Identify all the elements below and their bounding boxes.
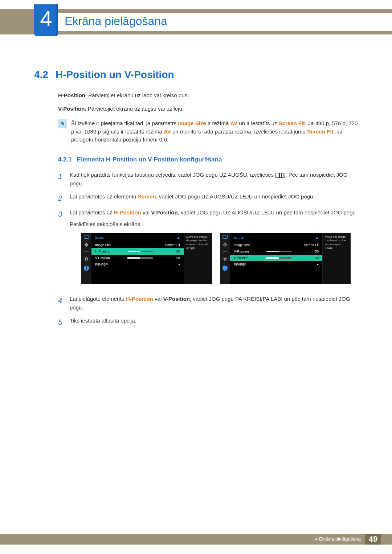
chapter-number-badge: 4 <box>34 4 58 36</box>
step-2: 2 Lai pārvietotos uz elementu Screen, va… <box>58 192 358 204</box>
step-number: 1 <box>58 171 65 188</box>
osd-main: Screen▲ Image SizeScreen Fit H-Position5… <box>91 233 184 284</box>
step-number: 5 <box>58 316 65 328</box>
subsection-number: 4.2.1 <box>58 156 72 163</box>
step-1: 1 Kad tiek parādīts funkcijas taustiņu c… <box>58 171 358 188</box>
menu-icon <box>277 173 283 178</box>
vposition-text: : Pārvietojiet ekrānu uz augšu vai uz le… <box>85 106 184 112</box>
footer-text: 4 Ekrāna pielāgošana <box>311 534 365 545</box>
osd-sidebar: ✥ ✿ i <box>81 233 91 284</box>
steps-list: 1 Kad tiek parādīts funkcijas taustiņu c… <box>58 171 358 328</box>
screen-fit-term: Screen Fit <box>279 120 305 126</box>
info-icon: i <box>84 266 89 271</box>
note-block: ✎ Šī izvēlne ir pieejama tikai tad, ja p… <box>58 119 358 144</box>
arrows-icon: ✥ <box>222 242 228 247</box>
list-icon <box>84 251 89 253</box>
image-size-term: Image Size <box>178 120 206 126</box>
chapter-title: Ekrāna pielāgošana <box>65 15 167 28</box>
note-text: Šī izvēlne ir pieejama tikai tad, ja par… <box>71 119 358 144</box>
section-title: H-Position un V-Position <box>56 69 174 80</box>
osd-item-pipbp: PIP/PBP▸ <box>230 261 322 268</box>
osd-item-hposition-selected: H-Position50 <box>91 248 184 255</box>
footer-page-number: 49 <box>365 534 381 545</box>
step-3: 3 Lai pārvietotos uz H-Position vai V-Po… <box>58 208 358 290</box>
osd-tooltip-right: Move the image displayed on the screen u… <box>322 233 351 284</box>
osd-title: Screen <box>95 235 106 240</box>
subsection-title: Elementa H-Position un V-Position konfig… <box>77 156 222 163</box>
info-icon: i <box>222 266 228 271</box>
list-icon <box>223 251 227 253</box>
footer-bar: 4 Ekrāna pielāgošana 49 <box>0 534 392 545</box>
gear-icon: ✿ <box>83 257 89 262</box>
osd-item-image-size: Image SizeScreen Fit <box>230 242 322 248</box>
right-arrow-icon: ▸ <box>179 262 180 267</box>
header-bar <box>0 9 392 34</box>
step-4: 4 Lai pielāgotu elementu H-Position vai … <box>58 295 358 312</box>
osd-vposition: ✥ ✿ i Screen▲ Image SizeScreen Fit H-Pos… <box>220 233 351 284</box>
osd-item-pipbp: PIP/PBP▸ <box>91 261 184 268</box>
body-content: H-Position: Pārvietojiet ekrānu uz labo … <box>58 91 358 332</box>
hposition-text: : Pārvietojiet ekrānu uz labo vai kreiso… <box>85 92 190 98</box>
vposition-label: V-Position <box>58 106 85 112</box>
subsection-heading: 4.2.1Elementa H-Position un V-Position k… <box>58 155 358 164</box>
monitor-icon <box>84 235 89 239</box>
arrows-icon: ✥ <box>83 242 89 247</box>
right-arrow-icon: ▸ <box>317 262 319 267</box>
monitor-icon <box>222 235 228 239</box>
step-number: 2 <box>58 192 65 204</box>
step-number: 3 <box>58 208 65 290</box>
note-icon: ✎ <box>58 119 67 128</box>
osd-item-image-size: Image SizeScreen Fit <box>91 242 184 248</box>
section-heading: 4.2H-Position un V-Position <box>34 69 174 81</box>
osd-item-vposition: V-Position50 <box>91 255 184 261</box>
up-arrow-icon: ▲ <box>315 235 319 240</box>
osd-screenshots: ✥ ✿ i Screen▲ Image SizeScreen Fit H-Pos… <box>81 233 357 284</box>
hposition-label: H-Position <box>58 92 85 98</box>
vposition-desc: V-Position: Pārvietojiet ekrānu uz augšu… <box>58 105 358 113</box>
step-5: 5 Tiks iestatīta atlasītā opcija. <box>58 316 358 328</box>
osd-title: Screen <box>234 235 244 240</box>
step-3-note: Parādīsies sekojošais ekrāns. <box>70 220 357 229</box>
osd-hposition: ✥ ✿ i Screen▲ Image SizeScreen Fit H-Pos… <box>81 233 212 284</box>
hposition-desc: H-Position: Pārvietojiet ekrānu uz labo … <box>58 91 358 100</box>
up-arrow-icon: ▲ <box>177 235 180 240</box>
section-number: 4.2 <box>34 69 48 80</box>
osd-sidebar: ✥ ✿ i <box>220 233 230 284</box>
osd-item-hposition: H-Position50 <box>230 248 322 255</box>
osd-item-vposition-selected: V-Position50 <box>230 255 322 261</box>
osd-main: Screen▲ Image SizeScreen Fit H-Position5… <box>230 233 322 284</box>
osd-tooltip-left: Move the image displayed on the screen t… <box>184 233 212 284</box>
gear-icon: ✿ <box>222 257 228 262</box>
step-number: 4 <box>58 295 65 312</box>
av-term: AV <box>230 120 238 126</box>
